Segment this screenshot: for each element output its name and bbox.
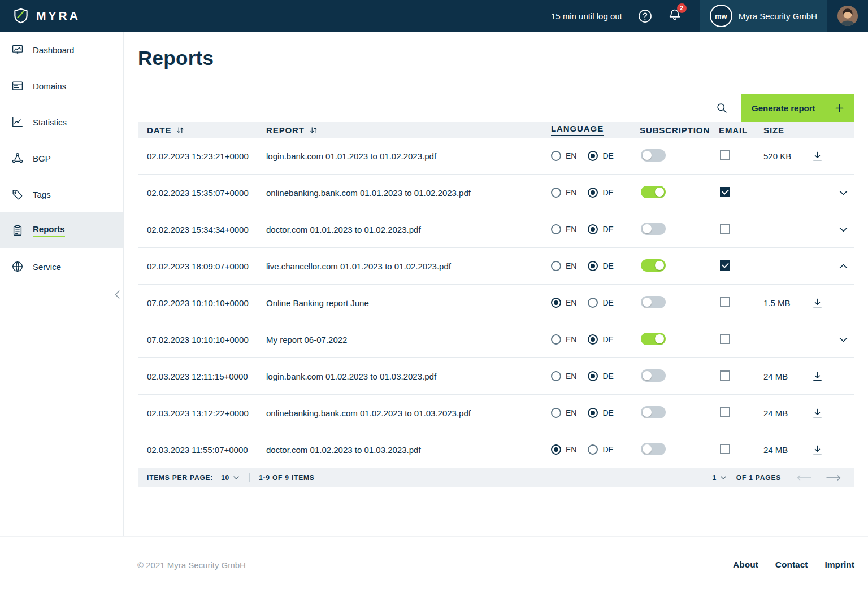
report-date: 02.02.2023 15:34:34+0000 — [138, 225, 266, 234]
email-checkbox[interactable] — [720, 407, 730, 417]
subscription-toggle[interactable] — [641, 369, 666, 382]
language-radio-en[interactable] — [551, 151, 561, 161]
subscription-toggle[interactable] — [641, 149, 666, 162]
help-icon[interactable] — [638, 9, 652, 23]
row-actions — [812, 444, 854, 455]
subscription-toggle[interactable] — [641, 186, 666, 198]
report-name: My report 06-07.2022 — [266, 335, 551, 345]
footer-link-about[interactable]: About — [733, 560, 758, 570]
download-icon[interactable] — [812, 408, 823, 418]
language-radio-en[interactable] — [551, 444, 561, 455]
download-icon[interactable] — [812, 371, 823, 382]
download-icon[interactable] — [812, 444, 823, 455]
sidebar: Dashboard Domains Statistics BGP Tags Re… — [0, 32, 124, 536]
column-header-language: LANGUAGE — [551, 124, 640, 136]
chevron-up-icon[interactable] — [839, 264, 848, 269]
table-row: 07.02.2023 10:10:10+0000 My report 06-07… — [138, 321, 854, 358]
user-avatar[interactable] — [837, 5, 858, 27]
sidebar-item-bgp[interactable]: BGP — [0, 140, 123, 176]
subscription-toggle[interactable] — [641, 223, 666, 235]
report-name: doctor.com 01.01.2023 to 01.02.2023.pdf — [266, 225, 551, 234]
download-icon[interactable] — [812, 298, 823, 308]
subscription-toggle[interactable] — [641, 406, 666, 418]
items-per-page-value: 10 — [221, 474, 229, 482]
subscription-toggle[interactable] — [641, 333, 666, 345]
sort-icon[interactable] — [310, 127, 318, 134]
language-radio-de[interactable] — [588, 298, 598, 308]
language-label-de: DE — [602, 445, 613, 454]
language-radio-de[interactable] — [588, 261, 598, 271]
row-actions — [812, 227, 854, 232]
table-header-row: DATE REPORT LANGUAGE SUBSCRIPTION EMAI — [138, 122, 854, 138]
language-radio-de[interactable] — [588, 151, 598, 161]
sidebar-item-tags[interactable]: Tags — [0, 176, 123, 212]
language-radio-en[interactable] — [551, 298, 561, 308]
language-radio-de[interactable] — [588, 371, 598, 381]
language-radio-de[interactable] — [588, 334, 598, 345]
chevron-down-icon[interactable] — [839, 227, 848, 232]
sort-icon[interactable] — [176, 127, 184, 134]
subscription-toggle[interactable] — [641, 296, 666, 308]
plus-icon — [835, 104, 844, 112]
download-icon[interactable] — [812, 151, 823, 162]
page-footer: © 2021 Myra Security GmbH AboutContactIm… — [0, 536, 868, 593]
email-checkbox[interactable] — [720, 444, 730, 454]
sidebar-item-statistics[interactable]: Statistics — [0, 104, 123, 140]
email-checkbox[interactable] — [720, 150, 730, 160]
topbar: MYRA 15 min until log out 2 mw Myra Secu… — [0, 0, 868, 32]
column-header-subscription: SUBSCRIPTION — [640, 125, 719, 135]
subscription-header-label: SUBSCRIPTION — [640, 125, 710, 135]
search-icon[interactable] — [716, 102, 727, 114]
language-radio-de[interactable] — [588, 188, 598, 198]
column-header-date[interactable]: DATE — [138, 125, 266, 135]
language-radio-en[interactable] — [551, 408, 561, 418]
language-label-en: EN — [566, 445, 576, 454]
table-row: 02.02.2023 15:34:34+0000 doctor.com 01.0… — [138, 211, 854, 248]
report-date: 02.03.2023 12:11:15+0000 — [138, 372, 266, 381]
language-radio-en[interactable] — [551, 261, 561, 271]
language-label-de: DE — [602, 188, 613, 197]
sidebar-item-reports[interactable]: Reports — [0, 212, 123, 248]
column-header-report[interactable]: REPORT — [266, 125, 551, 135]
subscription-toggle[interactable] — [641, 259, 666, 272]
report-date: 02.03.2023 11:55:07+0000 — [138, 445, 266, 455]
chevron-down-icon[interactable] — [839, 190, 848, 195]
sidebar-item-dashboard[interactable]: Dashboard — [0, 32, 123, 68]
language-radio-en[interactable] — [551, 371, 561, 381]
email-checkbox[interactable] — [720, 334, 730, 344]
sidebar-collapse-button[interactable] — [115, 290, 120, 299]
sidebar-item-domains[interactable]: Domains — [0, 68, 123, 104]
report-size: 24 MB — [763, 408, 812, 418]
footer-link-contact[interactable]: Contact — [775, 560, 808, 570]
language-radio-de[interactable] — [588, 408, 598, 418]
myra-logo[interactable]: MYRA — [0, 7, 80, 25]
row-actions — [812, 190, 854, 195]
next-page-button[interactable] — [826, 474, 841, 481]
sidebar-item-service[interactable]: Service — [0, 248, 123, 285]
email-checkbox[interactable] — [720, 187, 730, 197]
row-actions — [812, 337, 854, 342]
email-checkbox[interactable] — [720, 370, 730, 381]
notifications-button[interactable]: 2 — [668, 8, 682, 24]
language-radio-en[interactable] — [551, 334, 561, 345]
language-label-de: DE — [602, 408, 613, 417]
domains-icon — [11, 80, 24, 92]
page-select[interactable]: 1 — [712, 474, 726, 482]
copyright: © 2021 Myra Security GmbH — [137, 560, 246, 570]
report-size: 24 MB — [763, 445, 812, 455]
generate-report-button[interactable]: Generate report — [741, 94, 854, 122]
prev-page-button[interactable] — [797, 474, 811, 481]
items-per-page-select[interactable]: 10 — [221, 474, 239, 482]
tenant-selector[interactable]: mw Myra Security GmbH — [700, 0, 827, 32]
language-radio-en[interactable] — [551, 224, 561, 234]
email-checkbox[interactable] — [720, 297, 730, 307]
row-actions — [812, 371, 854, 382]
email-checkbox[interactable] — [720, 224, 730, 234]
language-radio-de[interactable] — [588, 224, 598, 234]
language-radio-de[interactable] — [588, 444, 598, 455]
footer-link-imprint[interactable]: Imprint — [824, 560, 854, 570]
subscription-toggle[interactable] — [641, 443, 666, 455]
chevron-down-icon[interactable] — [839, 337, 848, 342]
language-radio-en[interactable] — [551, 188, 561, 198]
email-checkbox[interactable] — [720, 260, 730, 271]
